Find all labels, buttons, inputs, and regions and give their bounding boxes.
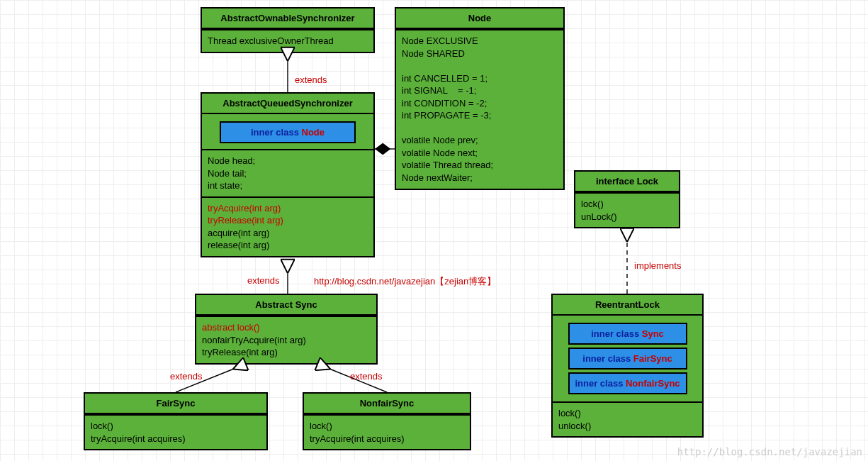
class-body: Node EXCLUSIVE Node SHARED int CANCELLED… bbox=[396, 29, 563, 189]
interface-lock: interface Lock lock() unLock() bbox=[574, 170, 680, 228]
credit-text: http://blog.csdn.net/javazejian【zejian博客… bbox=[314, 275, 496, 288]
label-implements: implements bbox=[634, 260, 681, 271]
class-methods: lock() unlock() bbox=[553, 401, 702, 436]
class-title: NonfairSync bbox=[304, 394, 470, 414]
class-title: ReentrantLock bbox=[553, 295, 702, 316]
class-title: FairSync bbox=[85, 394, 266, 414]
label-extends: extends bbox=[247, 275, 280, 286]
class-title: interface Lock bbox=[575, 172, 679, 192]
label-extends: extends bbox=[295, 74, 327, 85]
label-extends: extends bbox=[170, 371, 203, 382]
class-node: Node Node EXCLUSIVE Node SHARED int CANC… bbox=[395, 7, 565, 190]
inner-class-nonfairsync: inner class NonfairSync bbox=[568, 372, 687, 394]
class-title: Node bbox=[396, 9, 563, 29]
inner-class-sync: inner class Sync bbox=[568, 323, 687, 345]
class-aos: AbstractOwnableSynchronizer Thread exclu… bbox=[201, 7, 375, 53]
inner-class-node: inner class Node bbox=[220, 121, 356, 143]
class-title: AbstractQueuedSynchronizer bbox=[202, 94, 373, 114]
class-fields: Node head; Node tail; int state; bbox=[202, 149, 373, 196]
inner-class-area: inner class Sync inner class FairSync in… bbox=[553, 316, 702, 401]
class-abstract-sync: Abstract Sync abstract lock() nonfairTry… bbox=[195, 294, 378, 365]
class-reentrantlock: ReentrantLock inner class Sync inner cla… bbox=[551, 294, 704, 438]
watermark: http://blog.csdn.net/javazejian bbox=[677, 446, 862, 457]
class-body: lock() tryAcquire(int acquires) bbox=[85, 414, 266, 449]
class-nonfairsync: NonfairSync lock() tryAcquire(int acquir… bbox=[303, 392, 471, 450]
class-title: Abstract Sync bbox=[196, 295, 376, 316]
class-fields: Thread exclusiveOwnerThread bbox=[202, 29, 373, 52]
inner-class-area: inner class Node bbox=[202, 114, 373, 149]
class-fairsync: FairSync lock() tryAcquire(int acquires) bbox=[84, 392, 268, 450]
inner-class-fairsync: inner class FairSync bbox=[568, 348, 687, 370]
class-body: lock() tryAcquire(int acquires) bbox=[304, 414, 470, 449]
class-methods: abstract lock() nonfairTryAcquire(int ar… bbox=[196, 316, 376, 363]
class-title: AbstractOwnableSynchronizer bbox=[202, 9, 373, 29]
label-extends: extends bbox=[350, 371, 383, 382]
class-methods: tryAcquire(int arg) tryRelease(int arg) … bbox=[202, 196, 373, 256]
class-body: lock() unLock() bbox=[575, 192, 679, 227]
class-aqs: AbstractQueuedSynchronizer inner class N… bbox=[201, 92, 375, 257]
